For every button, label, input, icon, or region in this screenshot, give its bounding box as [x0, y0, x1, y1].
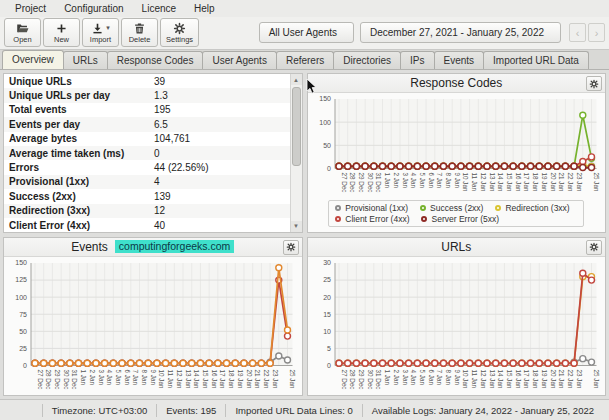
svg-text:150: 150 — [15, 259, 27, 266]
stat-row: Unique URLs39 — [4, 74, 290, 88]
svg-text:4 Jan: 4 Jan — [106, 369, 113, 385]
response-codes-panel: Response Codes 05010015027 Dec28 Dec29 D… — [307, 73, 607, 233]
svg-text:15: 15 — [323, 310, 331, 317]
svg-text:5 Jan: 5 Jan — [418, 369, 425, 385]
svg-text:10 Jan: 10 Jan — [462, 369, 469, 388]
date-range-dropdown[interactable]: December 27, 2021 - January 25, 2022 — [360, 22, 561, 43]
status-segment: Timezone: UTC+03:00 — [42, 404, 156, 417]
svg-text:18 Jan: 18 Jan — [532, 369, 539, 388]
stat-value: 39 — [154, 76, 165, 87]
menu-item-configuration[interactable]: Configuration — [55, 1, 132, 16]
date-nav: ‹ › — [569, 23, 605, 42]
menu-item-help[interactable]: Help — [185, 1, 224, 16]
stats-scrollbar[interactable]: ▲ ▼ — [290, 74, 302, 232]
tab-bar: OverviewURLsResponse CodesUser AgentsRef… — [0, 50, 609, 70]
status-segment: Available Logs: January 24, 2022 - Janua… — [362, 404, 603, 417]
svg-text:31 Dec: 31 Dec — [71, 369, 78, 389]
stat-value: 195 — [154, 104, 171, 115]
svg-text:29 Dec: 29 Dec — [358, 173, 365, 193]
stat-label: Success (2xx) — [4, 191, 154, 202]
import-button[interactable]: ▾Import — [82, 18, 119, 47]
open-button[interactable]: Open — [4, 18, 41, 47]
svg-text:4 Jan: 4 Jan — [410, 369, 417, 385]
tab-overview[interactable]: Overview — [2, 50, 64, 69]
urls-settings-button[interactable] — [586, 240, 602, 255]
svg-text:30: 30 — [323, 259, 331, 266]
chevron-right-icon: › — [595, 27, 599, 39]
svg-text:27 Dec: 27 Dec — [340, 369, 347, 389]
svg-text:11 Jan: 11 Jan — [471, 173, 478, 192]
toolbar-buttons: OpenNew▾ImportDeleteSettings — [4, 18, 199, 47]
svg-text:8 Jan: 8 Jan — [445, 369, 452, 385]
svg-text:25 Jan: 25 Jan — [593, 369, 600, 388]
svg-text:23 Jan: 23 Jan — [575, 173, 582, 192]
new-button[interactable]: New — [43, 18, 80, 47]
delete-button[interactable]: Delete — [121, 18, 158, 47]
legend-label: Client Error (4xx) — [345, 214, 409, 224]
tab-referers[interactable]: Referers — [276, 51, 334, 69]
svg-text:29 Dec: 29 Dec — [358, 369, 365, 389]
svg-text:14 Jan: 14 Jan — [193, 369, 200, 388]
tab-events[interactable]: Events — [434, 51, 485, 69]
svg-text:2 Jan: 2 Jan — [392, 173, 399, 189]
events-panel: Events computingforgeeks.com 02550751001… — [3, 237, 303, 397]
svg-text:16 Jan: 16 Jan — [514, 173, 521, 192]
svg-text:19 Jan: 19 Jan — [540, 173, 547, 192]
stat-row: Average bytes104,761 — [4, 132, 290, 146]
watermark: computingforgeeks.com — [115, 240, 234, 253]
stat-label: Average time taken (ms) — [4, 148, 154, 159]
legend-item: Provisional (1xx) — [335, 203, 408, 213]
tab-urls[interactable]: URLs — [63, 51, 108, 69]
gear-icon — [286, 238, 296, 256]
legend-label: Server Error (5xx) — [431, 214, 499, 224]
svg-text:8 Jan: 8 Jan — [141, 369, 148, 385]
user-agent-filter-dropdown[interactable]: All User Agents — [259, 22, 354, 43]
legend-marker-icon — [335, 216, 341, 222]
prev-period-button[interactable]: ‹ — [569, 23, 586, 42]
toolbar-button-label: Delete — [129, 36, 151, 44]
legend-label: Success (2xx) — [430, 203, 483, 213]
menu-item-licence[interactable]: Licence — [133, 1, 185, 16]
scrollbar-thumb[interactable] — [292, 87, 301, 166]
svg-text:20 Jan: 20 Jan — [246, 369, 253, 388]
menu-item-project[interactable]: Project — [6, 1, 55, 16]
stat-value: 44 (22.56%) — [154, 162, 208, 173]
tab-ips[interactable]: IPs — [400, 51, 434, 69]
stat-row: Unique URLs per day1.3 — [4, 88, 290, 102]
svg-text:17 Jan: 17 Jan — [219, 369, 226, 388]
svg-text:31 Dec: 31 Dec — [375, 369, 382, 389]
svg-text:27 Dec: 27 Dec — [37, 369, 44, 389]
response-codes-settings-button[interactable] — [586, 76, 602, 91]
tab-user-agents[interactable]: User Agents — [202, 51, 276, 69]
toolbar-button-label: New — [54, 36, 69, 44]
scroll-down-icon[interactable]: ▼ — [291, 221, 302, 232]
scroll-up-icon[interactable]: ▲ — [291, 74, 302, 85]
svg-text:25 Jan: 25 Jan — [593, 173, 600, 192]
svg-text:25: 25 — [19, 344, 27, 351]
legend-label: Provisional (1xx) — [345, 203, 408, 213]
events-header: Events computingforgeeks.com — [4, 238, 302, 257]
svg-text:100: 100 — [15, 293, 27, 300]
svg-text:15 Jan: 15 Jan — [202, 369, 209, 388]
svg-text:30 Dec: 30 Dec — [63, 369, 70, 389]
settings-button[interactable]: Settings — [160, 18, 199, 47]
svg-text:20: 20 — [323, 293, 331, 300]
events-settings-button[interactable] — [283, 240, 299, 255]
overview-content: Unique URLs39Unique URLs per day1.3Total… — [0, 70, 609, 399]
menu-bar: ProjectConfigurationLicenceHelp — [0, 0, 609, 17]
svg-text:6 Jan: 6 Jan — [427, 369, 434, 385]
scrollbar-track[interactable] — [291, 85, 302, 221]
tab-directories[interactable]: Directories — [333, 51, 401, 69]
legend-item: Redirection (3xx) — [495, 203, 569, 213]
tab-imported-url-data[interactable]: Imported URL Data — [483, 51, 589, 69]
gear-icon — [173, 22, 186, 35]
next-period-button[interactable]: › — [588, 23, 605, 42]
svg-text:13 Jan: 13 Jan — [185, 369, 192, 388]
svg-text:9 Jan: 9 Jan — [453, 173, 460, 189]
toolbar-button-label: Settings — [166, 36, 193, 44]
svg-text:0: 0 — [23, 361, 27, 368]
svg-text:29 Dec: 29 Dec — [54, 369, 61, 389]
tab-response-codes[interactable]: Response Codes — [107, 51, 204, 69]
stat-label: Client Error (4xx) — [4, 220, 154, 231]
svg-text:12 Jan: 12 Jan — [176, 369, 183, 388]
